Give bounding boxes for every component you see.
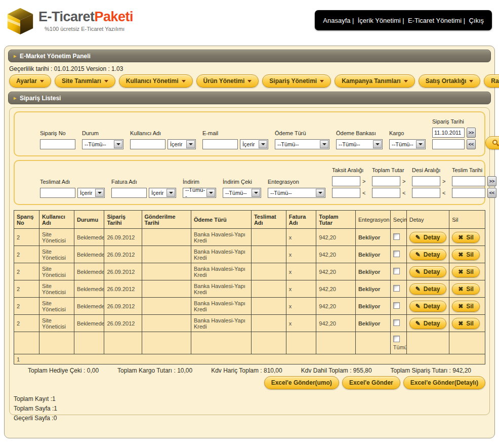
validity-text: Geçerlilik tarihi : 01.01.2015 Version :…	[9, 65, 490, 72]
cell-entegrasyon: Bekliyor	[355, 229, 390, 246]
row-select-checkbox[interactable]	[393, 302, 400, 309]
top-nav-link[interactable]: Çıkış	[469, 17, 484, 24]
date-next-button[interactable]: >>	[487, 176, 496, 186]
fatura-adi-match-select[interactable]: İçerir	[149, 188, 176, 198]
menu-dropdown-button[interactable]: Sipariş Yönetimi	[262, 74, 331, 88]
row-select-checkbox[interactable]	[393, 251, 400, 257]
pencil-icon: ✎	[415, 252, 421, 258]
top-nav-link[interactable]: İçerik Yönetimi	[358, 17, 408, 24]
siparis-no-input[interactable]	[40, 139, 75, 149]
teslimat-adi-input[interactable]	[40, 188, 75, 198]
siparis-tarihi-start-input[interactable]	[432, 128, 465, 138]
odeme-bankasi-select[interactable]: --Tümü--	[336, 139, 383, 149]
sil-button[interactable]: ✖ Sil	[452, 232, 480, 243]
date-prev-button[interactable]: <<	[467, 139, 476, 149]
top-nav-link[interactable]: Anasayfa	[323, 17, 357, 24]
indirim-select[interactable]: --Tümü--	[183, 188, 216, 198]
row-select-checkbox[interactable]	[393, 268, 400, 274]
detay-button[interactable]: ✎ Detay	[409, 249, 446, 260]
email-input[interactable]	[202, 139, 238, 149]
column-header: Sil	[449, 211, 485, 229]
teslimat-adi-label: Teslimat Adı	[40, 179, 105, 185]
desi-min-input[interactable]	[412, 176, 440, 186]
chevron-down-icon	[206, 189, 215, 197]
export-buttons-row: Excel'e Gönder(umo)Excel'e GönderExcel'e…	[14, 376, 485, 389]
durum-select[interactable]: --Tümü--	[82, 139, 123, 149]
siparis-no-label: Sipariş No	[40, 130, 75, 136]
cell-toplam-tutar: 942,20	[316, 315, 356, 332]
sil-button[interactable]: ✖ Sil	[452, 283, 480, 295]
excel-export-button[interactable]: Excel'e Gönder	[342, 376, 400, 389]
kullanici-adi-input[interactable]	[130, 139, 165, 149]
ara-button[interactable]: Ara	[485, 136, 499, 149]
cell-siparis-no: 2	[14, 246, 39, 263]
cell-kullanici-adi: Site Yöneticisi	[39, 229, 74, 246]
row-select-checkbox[interactable]	[393, 233, 400, 240]
detay-button[interactable]: ✎ Detay	[409, 283, 446, 295]
detay-button[interactable]: ✎ Detay	[409, 232, 446, 243]
panel-title: E-Market Yönetim Paneli	[20, 53, 91, 60]
cell-durumu: Beklemede	[74, 229, 104, 246]
kargo-select[interactable]: --Tümü--	[389, 139, 426, 149]
pencil-icon: ✎	[415, 234, 421, 240]
x-icon: ✖	[458, 286, 463, 292]
entegrasyon-select[interactable]: --Tümü--	[268, 188, 325, 198]
menu-dropdown-button[interactable]: Raporlar	[484, 74, 499, 88]
menu-dropdown-button[interactable]: Kampanya Tanımları	[335, 74, 414, 88]
table-row: 2 Site Yöneticisi Beklemede 26.09.2012 B…	[14, 263, 485, 280]
menu-dropdown-button[interactable]: Site Tanımları	[55, 74, 115, 88]
desi-max-input[interactable]	[412, 188, 440, 198]
excel-export-button[interactable]: Excel'e Gönder(Detaylı)	[403, 376, 485, 389]
pagination-cell[interactable]: 1	[14, 354, 485, 364]
menu-dropdown-button[interactable]: Ürün Yönetimi	[196, 74, 259, 88]
top-header: E-TicaretPaketi %100 ücretsiz E-Ticaret …	[0, 0, 499, 46]
sil-button[interactable]: ✖ Sil	[452, 266, 480, 277]
tutar-max-input[interactable]	[372, 188, 400, 198]
taksit-max-input[interactable]	[332, 188, 360, 198]
odeme-turu-select[interactable]: --Tümü--	[275, 139, 329, 149]
cell-entegrasyon: Bekliyor	[355, 280, 390, 298]
pencil-icon: ✎	[415, 303, 421, 309]
email-match-select[interactable]: İçerir	[240, 139, 268, 149]
detay-button[interactable]: ✎ Detay	[409, 301, 446, 312]
cell-toplam-tutar: 942,20	[316, 298, 356, 315]
teslim-tarihi-end-input[interactable]	[452, 188, 485, 198]
teslimat-adi-match-select[interactable]: İçerir	[77, 188, 105, 198]
fatura-adi-input[interactable]	[111, 188, 147, 198]
siparis-tarihi-end-input[interactable]	[432, 139, 465, 149]
column-header: Gönderilme Tarihi	[142, 211, 191, 229]
cell-siparis-no: 2	[14, 298, 39, 315]
total-item: Kdv Dahil Toplam : 955,80	[301, 367, 372, 374]
tutar-min-input[interactable]	[372, 176, 400, 186]
excel-export-button[interactable]: Excel'e Gönder(umo)	[264, 376, 339, 389]
cell-fatura-adi: x	[286, 298, 316, 315]
cell-toplam-tutar: 942,20	[316, 229, 356, 246]
date-next-button[interactable]: >>	[467, 128, 476, 138]
kargo-label: Kargo	[389, 130, 426, 136]
cell-odeme-turu: Banka Havalesi-Yapı Kredi	[191, 263, 251, 280]
date-prev-button[interactable]: <<	[487, 188, 496, 198]
chevron-down-icon	[416, 140, 425, 148]
teslim-tarihi-start-input[interactable]	[452, 176, 485, 186]
pencil-icon: ✎	[415, 320, 421, 327]
detay-button[interactable]: ✎ Detay	[409, 318, 446, 329]
top-nav-link[interactable]: E-Ticaret Yönetimi	[408, 17, 469, 24]
menu-dropdown-button[interactable]: Ayarlar	[9, 74, 51, 88]
menu-dropdown-button[interactable]: Kullanıcı Yönetimi	[119, 74, 193, 88]
select-all-checkbox[interactable]	[393, 336, 400, 342]
header-logo: E-TicaretPaketi %100 ücretsiz E-Ticaret …	[6, 6, 133, 35]
kullanici-adi-match-select[interactable]: İçerir	[168, 139, 196, 149]
sil-button[interactable]: ✖ Sil	[452, 318, 480, 329]
detay-button[interactable]: ✎ Detay	[409, 266, 446, 277]
menu-dropdown-button[interactable]: Satış Ortaklığı	[419, 74, 481, 88]
indirim-ceki-select[interactable]: --Tümü--	[223, 188, 261, 198]
chevron-down-icon	[259, 140, 267, 148]
sil-button[interactable]: ✖ Sil	[452, 301, 480, 312]
taksit-min-input[interactable]	[332, 176, 360, 186]
row-select-checkbox[interactable]	[393, 319, 400, 326]
column-header: Detay	[406, 211, 449, 229]
sil-button[interactable]: ✖ Sil	[452, 249, 480, 260]
row-select-checkbox[interactable]	[393, 285, 400, 292]
total-item: Toplam Hediye Çeki : 0,00	[28, 367, 99, 374]
email-label: E-mail	[202, 130, 268, 136]
